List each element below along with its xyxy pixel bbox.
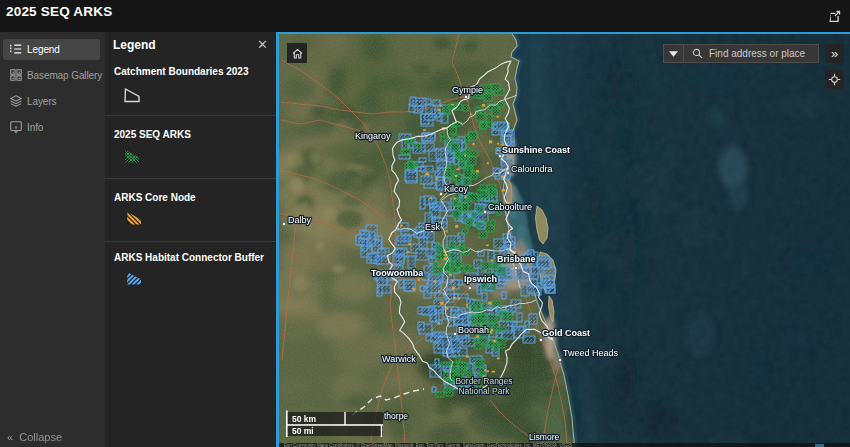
svg-text:thorpe: thorpe — [384, 411, 408, 421]
svg-text:Border Ranges: Border Ranges — [455, 376, 512, 386]
svg-text:50 mi: 50 mi — [292, 426, 314, 436]
svg-text:Brisbane: Brisbane — [497, 254, 536, 264]
svg-text:Esk: Esk — [425, 222, 441, 232]
svg-text:Dalby: Dalby — [288, 215, 312, 225]
svg-text:Tweed Heads: Tweed Heads — [563, 348, 619, 358]
svg-text:Esri Community Maps Contributo: Esri Community Maps Contributors, © Open… — [284, 442, 572, 447]
svg-text:Toowoomba: Toowoomba — [371, 268, 424, 278]
svg-text:Caboolture: Caboolture — [488, 202, 532, 212]
svg-text:National Park: National Park — [458, 386, 510, 396]
svg-text:Caloundra: Caloundra — [511, 164, 553, 174]
svg-text:Gold Coast: Gold Coast — [542, 328, 590, 338]
svg-text:Warwick: Warwick — [382, 354, 416, 364]
svg-text:Kilcoy: Kilcoy — [444, 184, 469, 194]
svg-text:Kingaroy: Kingaroy — [355, 131, 391, 141]
svg-text:Gympie: Gympie — [452, 85, 483, 95]
svg-text:50 km: 50 km — [292, 414, 317, 424]
svg-text:Lismore: Lismore — [529, 432, 560, 442]
svg-text:Ipswich: Ipswich — [464, 274, 497, 284]
svg-text:Boonah: Boonah — [458, 325, 489, 335]
svg-text:Sunshine Coast: Sunshine Coast — [502, 145, 570, 155]
